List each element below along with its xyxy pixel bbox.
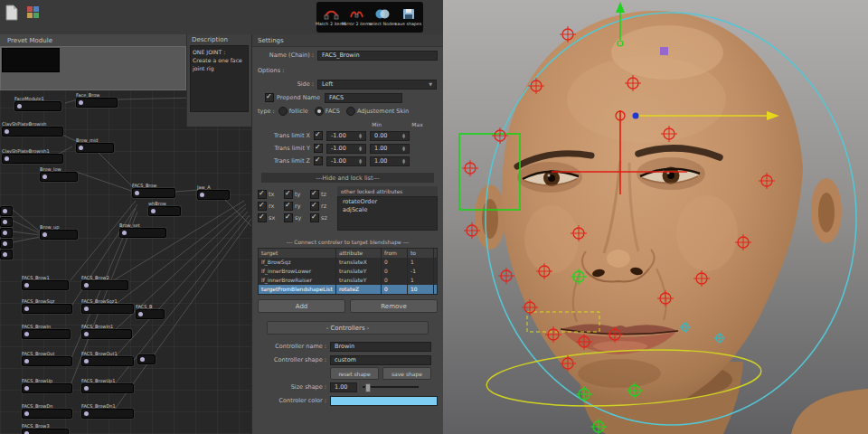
viewport-3d[interactable] [443,0,868,434]
graph-node[interactable]: FACS_BrowOut [22,351,72,366]
graph-node[interactable]: Face_Brow [76,92,118,108]
graph-node[interactable]: Brow_up [40,224,78,240]
lock-axis-tz[interactable]: tz [310,188,336,200]
graph-node[interactable]: FACS_Brow1 [22,275,69,290]
controller-color-swatch[interactable] [330,396,438,406]
reset-shape-button[interactable]: reset shape [330,367,379,380]
prepend-checkbox[interactable] [265,93,274,102]
trans-limit-value: 1.00 [374,145,387,152]
remove-button[interactable]: Remove [350,299,438,313]
spinner-icon[interactable]: ▲▼ [402,146,405,151]
graph-node[interactable]: FACS_BrowIn1 [81,324,132,339]
controllers-button[interactable]: - Controllers - [267,321,429,335]
name-chain-input[interactable]: FACS_Browin [317,51,438,61]
graph-node[interactable]: FACS_BrowSqz [22,298,72,314]
trans-limit-checkbox[interactable] [314,144,323,153]
locked-attrs-list[interactable]: rotateOrderadjScale [337,196,438,231]
purple-marker[interactable] [660,47,668,55]
slider-handle[interactable] [365,383,371,392]
locked-attribute[interactable]: rotateOrder [338,197,437,205]
checkbox-icon [310,202,319,211]
size-shape-input[interactable]: 1.00 [330,382,357,392]
graph-node[interactable]: FaceModule1 [14,96,61,111]
graph-node[interactable]: FACS_Brow3 [22,423,69,434]
spinner-icon[interactable]: ▲▼ [359,133,362,138]
blendshape-row[interactable]: lf_innerBrowLowertranslateY0-1 [259,267,437,276]
mirror-items-button[interactable]: Mirror 2 items [344,8,369,26]
lock-axis-sx[interactable]: sx [258,212,284,223]
spinner-icon[interactable]: ▲▼ [359,158,362,164]
lock-axis-sz[interactable]: sz [310,212,336,223]
select-nodes-button[interactable]: select Nodes [371,8,395,26]
save-shape-button[interactable]: save shape [382,367,431,380]
graph-node[interactable] [0,206,13,216]
prepend-input[interactable]: FACS [325,93,402,103]
trans-limit-value-field[interactable]: -1.00▲▼ [326,156,366,166]
trans-limit-value-field[interactable]: 1.00▲▼ [370,144,410,154]
checkbox-icon [258,202,267,211]
lock-axis-ty[interactable]: ty [284,188,310,200]
graph-node[interactable]: Jaw_A [197,184,230,200]
node-port-icon [3,241,7,246]
trans-limit-checkbox[interactable] [314,156,323,165]
node-editor[interactable]: FaceModule1Face_BrowPlatClavShPlateBrowi… [0,90,251,434]
graph-node[interactable]: FACS_BrowDn [22,403,72,419]
module-thumbnail[interactable] [2,48,60,72]
lock-axis-rx[interactable]: rx [258,200,284,212]
graph-node[interactable]: FACS_BrowOut1 [81,351,134,366]
trans-limit-value-field[interactable]: -1.00▲▼ [326,144,366,154]
chevron-down-icon: ▼ [429,81,432,87]
match-items-button[interactable]: Match 2 items [319,8,344,26]
document-icon[interactable] [5,5,19,21]
type-option-Adjustement Skin[interactable]: Adjustement Skin [346,107,409,116]
controller-shape-input[interactable]: custom [330,355,431,365]
spinner-icon[interactable]: ▲▼ [402,158,405,164]
controller-name-label: Controller name : [258,343,330,350]
graph-node[interactable]: ClavShPlateBrowish1 [2,148,63,164]
graph-node[interactable] [0,217,13,227]
graph-node[interactable] [137,354,156,364]
graph-node[interactable]: Brow_mid [76,137,114,153]
graph-node[interactable]: FACS_BrowUp1 [81,378,134,393]
graph-node[interactable] [0,239,13,249]
graph-node[interactable]: Brow_set [119,222,166,238]
graph-node[interactable]: FACS_BrowUp [22,378,72,393]
graph-node[interactable]: FACS_BrowIn [22,324,71,339]
graph-node[interactable] [0,228,13,238]
trans-limit-value-field[interactable]: 0.00▲▼ [370,131,410,141]
type-option-FACS[interactable]: FACS [315,107,340,116]
size-shape-slider[interactable] [363,386,419,388]
graph-node[interactable]: FACS_Brow [132,183,175,198]
manipulator-center-point[interactable] [633,113,639,119]
trans-limit-checkbox[interactable] [314,131,323,140]
spinner-icon[interactable]: ▲▼ [402,133,405,138]
trans-limit-value-field[interactable]: -1.00▲▼ [326,131,366,141]
save-shapes-button[interactable]: save shapes [396,8,420,26]
graph-node[interactable]: FACS_BrowDn1 [81,403,134,419]
lock-axis-rz[interactable]: rz [310,200,336,212]
lock-axis-ry[interactable]: ry [284,200,310,212]
col-target: target [259,249,336,258]
graph-node-body [81,409,134,419]
lock-axis-tx[interactable]: tx [258,188,284,200]
controller-name-input[interactable]: Browin [330,342,431,352]
side-dropdown[interactable]: Left ▼ [317,80,437,90]
blendshape-row[interactable]: lf_BrowSqztranslateX01 [259,258,437,267]
type-option-follicle[interactable]: follicle [278,107,308,116]
blendshape-row[interactable]: targetFromBlendshapeListrotateZ010 [259,285,437,294]
graph-node[interactable]: FACS_Brow2 [81,275,128,290]
trans-limit-value-field[interactable]: 1.00▲▼ [370,156,410,166]
graph-node[interactable]: FACS_BrowSqz1 [81,298,134,314]
graph-node[interactable]: ClavShPlateBrowish [2,121,63,137]
graph-node[interactable]: whBrow [148,201,181,216]
graph-node[interactable] [0,250,13,259]
lock-axis-sy[interactable]: sy [284,212,310,223]
add-button[interactable]: Add [258,299,345,313]
blendshape-row[interactable]: lf_innerBrowRaisertranslateY01 [259,276,437,285]
prevet-module-tab[interactable]: Prevet Module [0,34,193,47]
graph-node[interactable]: Brow_low [40,166,78,182]
locked-attribute[interactable]: adjScale [338,205,437,213]
graph-node[interactable]: FACS_B [136,304,165,319]
spinner-icon[interactable]: ▲▼ [359,146,362,151]
palette-icon[interactable] [26,5,41,21]
